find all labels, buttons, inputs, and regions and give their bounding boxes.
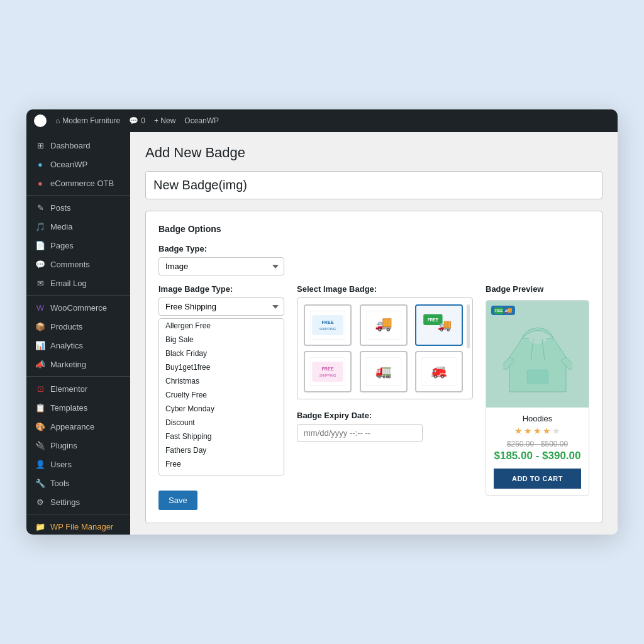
badge-cell-6[interactable]: 🚒 <box>415 351 463 392</box>
sidebar-item-plugins[interactable]: 🔌 Plugins <box>26 436 130 455</box>
expiry-label: Badge Expiry Date: <box>297 411 473 420</box>
badge-type-select[interactable]: Image <box>158 257 284 275</box>
sidebar-item-users[interactable]: 👤 Users <box>26 455 130 474</box>
woo-icon: W <box>35 303 45 313</box>
dropdown-item-christmas[interactable]: Christmas <box>159 374 284 388</box>
sidebar-item-email-log[interactable]: ✉ Email Log <box>26 274 130 292</box>
dropdown-item-free[interactable]: Free <box>159 457 284 471</box>
badge-cell-2[interactable]: 🚚 <box>360 304 408 346</box>
add-to-cart-button[interactable]: ADD TO CART <box>494 469 581 489</box>
product-info: Hoodies ★ ★ ★ ★ ★ $250.00 - $500.00 $185… <box>486 408 589 495</box>
badge-grid: FREE SHIPPING 🚚 <box>304 304 466 392</box>
badge-cell-4[interactable]: FREE SHIPPING <box>304 351 352 392</box>
appearance-icon: 🎨 <box>35 421 45 431</box>
product-price-original: $250.00 - $500.00 <box>494 440 581 448</box>
sidebar-item-woocommerce[interactable]: W WooCommerce <box>26 298 130 317</box>
posts-icon: ✎ <box>35 203 45 213</box>
site-name: Modern Furniture <box>62 116 120 125</box>
badge-name-input[interactable] <box>145 171 602 199</box>
dropdown-item-big-sale[interactable]: Big Sale <box>159 333 284 347</box>
product-badge: FREE 🚚 <box>491 306 515 315</box>
svg-text:FREE: FREE <box>428 318 439 322</box>
save-button[interactable]: Save <box>158 491 197 510</box>
users-icon: 👤 <box>35 459 45 469</box>
sidebar-item-tools[interactable]: 🔧 Tools <box>26 474 130 492</box>
sidebar-item-appearance[interactable]: 🎨 Appearance <box>26 417 130 436</box>
svg-text:FREE: FREE <box>321 319 333 325</box>
sidebar-item-comments[interactable]: 💬 Comments <box>26 255 130 274</box>
badge-select-area: FREE SHIPPING 🚚 <box>297 297 473 399</box>
select-image-badge-label: Select Image Badge: <box>297 284 473 294</box>
sidebar-item-products[interactable]: 📦 Products <box>26 317 130 336</box>
folder-icon: 📁 <box>35 521 45 531</box>
star-1: ★ <box>514 426 523 436</box>
analytics-icon: 📊 <box>35 340 45 350</box>
sidebar-item-dashboard[interactable]: ⊞ Dashboard <box>26 136 130 155</box>
oceanwp-icon: ● <box>35 159 45 169</box>
badge-preview-title: Badge Preview <box>486 284 589 294</box>
svg-text:🚒: 🚒 <box>431 363 447 379</box>
new-label: + New <box>154 116 175 125</box>
comments-link[interactable]: 💬 0 <box>129 116 145 125</box>
comments-sidebar-icon: 💬 <box>35 259 45 269</box>
sidebar-item-templates[interactable]: 📋 Templates <box>26 398 130 417</box>
sidebar-item-oceanwp[interactable]: ● OceanWP <box>26 155 130 174</box>
comments-count: 0 <box>141 116 145 125</box>
badge-type-label: Badge Type: <box>158 244 589 253</box>
star-4: ★ <box>543 426 551 436</box>
badge-cell-5[interactable]: 🚛 <box>360 351 408 392</box>
theme-label[interactable]: OceanWP <box>184 116 219 125</box>
pages-icon: 📄 <box>35 240 45 250</box>
badge-cell-3[interactable]: FREE 🚚 <box>415 304 463 346</box>
products-icon: 📦 <box>35 321 45 331</box>
expiry-input[interactable] <box>297 424 423 442</box>
templates-icon: 📋 <box>35 402 45 413</box>
sidebar-item-pages[interactable]: 📄 Pages <box>26 236 130 255</box>
sidebar-item-media[interactable]: 🎵 Media <box>26 217 130 236</box>
sidebar-item-wp-file-manager[interactable]: 📁 WP File Manager <box>26 517 130 535</box>
sidebar-item-marketing[interactable]: 📣 Marketing <box>26 355 130 374</box>
email-icon: ✉ <box>35 278 45 288</box>
star-2: ★ <box>524 426 532 436</box>
badge-preview-panel: Badge Preview FREE 🚚 <box>486 284 589 496</box>
dropdown-item-buy1get1free[interactable]: Buy1get1free <box>159 360 284 374</box>
sidebar-item-elementor[interactable]: ⊡ Elementor <box>26 379 130 398</box>
ecommerce-icon: ● <box>35 178 45 188</box>
home-icon: ⌂ <box>55 116 60 125</box>
sidebar-item-posts[interactable]: ✎ Posts <box>26 198 130 217</box>
svg-point-21 <box>529 334 547 344</box>
svg-text:🚚: 🚚 <box>375 315 392 332</box>
dropdown-item-cruelty-free[interactable]: Cruelty Free <box>159 388 284 402</box>
dropdown-item-cyber-monday[interactable]: Cyber Monday <box>159 402 284 416</box>
dashboard-icon: ⊞ <box>35 140 45 150</box>
sidebar-item-analytics[interactable]: 📊 Analytics <box>26 336 130 355</box>
comments-icon: 💬 <box>129 116 138 125</box>
product-stars: ★ ★ ★ ★ ★ <box>494 426 581 436</box>
dropdown-item-fathers-day[interactable]: Fathers Day <box>159 443 284 457</box>
sidebar-item-settings[interactable]: ⚙ Settings <box>26 492 130 511</box>
home-link[interactable]: ⌂ Modern Furniture <box>55 116 120 125</box>
expiry-section: Badge Expiry Date: <box>297 411 473 442</box>
svg-text:SHIPPING: SHIPPING <box>319 374 336 377</box>
dropdown-item-black-friday[interactable]: Black Friday <box>159 347 284 360</box>
sidebar-separator-3 <box>26 376 130 377</box>
dropdown-item-discount[interactable]: Discount <box>159 416 284 430</box>
tools-icon: 🔧 <box>35 478 45 488</box>
sidebar-separator-4 <box>26 514 130 514</box>
sidebar-item-ecommerce[interactable]: ● eCommerce OTB <box>26 174 130 192</box>
image-badge-type-select[interactable]: Free Shipping <box>158 297 284 316</box>
wp-icon <box>34 114 47 127</box>
star-5: ★ <box>552 426 560 436</box>
dropdown-item-free-shipping[interactable]: Free Shipping <box>159 471 284 475</box>
image-badge-type-label: Image Badge Type: <box>158 284 284 294</box>
badge-cell-1[interactable]: FREE SHIPPING <box>304 304 352 346</box>
product-card: FREE 🚚 <box>486 300 589 496</box>
svg-text:🚛: 🚛 <box>375 363 392 379</box>
sidebar-separator-2 <box>26 295 130 296</box>
badge-options-title: Badge Options <box>158 224 589 234</box>
svg-text:🚚: 🚚 <box>438 318 452 332</box>
product-name: Hoodies <box>494 414 581 423</box>
dropdown-item-allergen-free[interactable]: Allergen Free <box>159 319 284 333</box>
new-button[interactable]: + New <box>154 116 175 125</box>
dropdown-item-fast-shipping[interactable]: Fast Shipping <box>159 430 284 443</box>
